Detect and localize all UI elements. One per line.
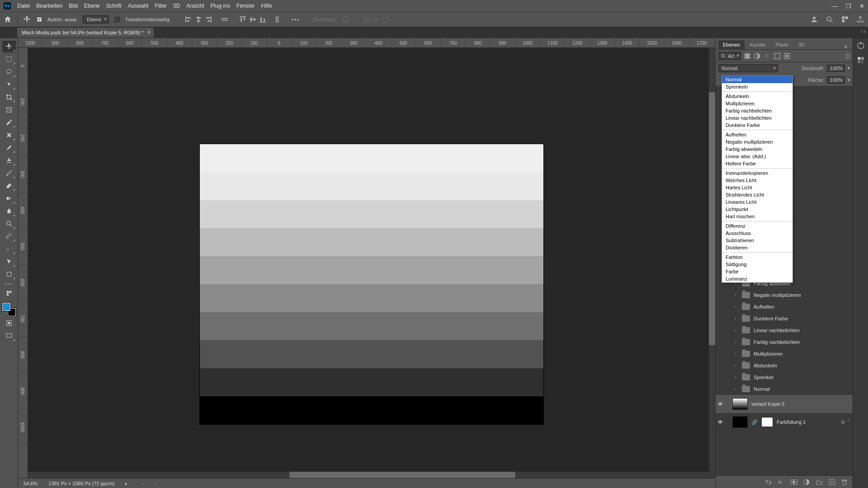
blend-mode-option[interactable]: Luminanz [722, 275, 793, 282]
move-tool[interactable] [2, 41, 16, 52]
document-tab[interactable]: Misch Modis.psdc bei 54,6% (verlauf Kopi… [17, 28, 154, 38]
path-select-tool[interactable] [2, 256, 16, 267]
blend-mode-option[interactable]: Abdunkeln [722, 93, 793, 100]
dodge-tool[interactable] [2, 218, 16, 230]
fill-value[interactable]: 100% [827, 76, 845, 84]
3d-scale-icon[interactable] [382, 16, 389, 23]
chevron-icon[interactable]: › [735, 316, 738, 321]
fx-icon[interactable]: fx [778, 479, 785, 486]
canvas[interactable] [200, 144, 543, 424]
blend-mode-option[interactable]: Normal [722, 76, 793, 83]
align-bottom-icon[interactable] [259, 16, 266, 23]
distribute-v-icon[interactable] [274, 16, 281, 23]
tab-paths[interactable]: Pfade [771, 40, 793, 49]
status-next[interactable]: › [155, 481, 156, 486]
blend-mode-select[interactable]: Normal NormalSprenkelnAbdunkelnMultipliz… [718, 64, 778, 72]
menu-file[interactable]: Datei [17, 3, 30, 9]
blend-mode-option[interactable]: Linear abw. (Add.) [722, 153, 793, 160]
blend-mode-option[interactable]: Farbig nachbelichten [722, 107, 793, 114]
auto-select-checkbox[interactable]: ✓ [37, 17, 42, 22]
menu-3d[interactable]: 3D [173, 3, 180, 9]
blend-mode-option[interactable]: Farbig abwedeln [722, 145, 793, 153]
chevron-icon[interactable]: › [735, 293, 738, 297]
blend-mode-option[interactable]: Subtrahieren [722, 237, 793, 244]
opacity-value[interactable]: 100% [827, 65, 845, 72]
quickmask-tool[interactable] [2, 317, 16, 329]
blend-mode-option[interactable]: Farbe [722, 268, 793, 275]
crop-tool[interactable] [2, 91, 16, 103]
align-left-icon[interactable] [185, 16, 192, 23]
layer-folder[interactable]: ›Aufhellen [716, 301, 853, 313]
layer-folder[interactable]: ›Negativ multiplizieren [716, 289, 853, 301]
menu-select[interactable]: Auswahl [128, 3, 148, 9]
distribute-h-icon[interactable] [221, 16, 228, 23]
3d-orbit-icon[interactable] [342, 16, 349, 23]
lasso-tool[interactable] [2, 66, 16, 78]
blend-mode-option[interactable]: Aufhellen [722, 131, 793, 138]
blend-mode-option[interactable]: Hartes Licht [722, 184, 793, 191]
quick-select-tool[interactable] [2, 79, 16, 90]
menu-window[interactable]: Fenster [236, 3, 255, 9]
zoom-level[interactable]: 54,6% [24, 481, 38, 486]
foreground-color[interactable] [2, 303, 10, 311]
chevron-icon[interactable]: › [735, 363, 738, 368]
move-tool-icon[interactable] [23, 15, 31, 23]
workspace-icon[interactable] [841, 15, 849, 23]
doc-dimensions[interactable]: 1381 Px × 1080 Px (72 ppcm) [48, 481, 114, 486]
expand-panels-icon[interactable]: › › [861, 29, 865, 34]
color-swatches[interactable] [2, 303, 16, 316]
blend-mode-option[interactable]: Lichtpunkt [722, 206, 793, 213]
more-icon[interactable]: ••• [292, 17, 300, 22]
chevron-icon[interactable]: › [735, 375, 738, 380]
blend-mode-option[interactable]: Sprenkeln [722, 83, 793, 90]
blur-tool[interactable] [2, 205, 16, 217]
menu-edit[interactable]: Bearbeiten [36, 3, 62, 9]
scrollbar-horizontal-thumb[interactable] [289, 472, 515, 478]
gradient-tool[interactable] [2, 192, 16, 204]
fill-arrow[interactable]: ▾ [848, 78, 850, 82]
layer-folder[interactable]: ›Linear nachbelichten [716, 324, 853, 336]
restore-button[interactable]: ❐ [846, 3, 851, 9]
layer-thumbnail[interactable] [732, 398, 748, 410]
type-tool[interactable]: T [2, 243, 16, 255]
close-button[interactable]: ✕ [859, 3, 864, 9]
filter-type-icon[interactable]: T [764, 52, 771, 60]
visibility-icon[interactable]: 👁 [717, 401, 723, 408]
marquee-tool[interactable] [2, 53, 16, 65]
chevron-icon[interactable]: › [735, 328, 738, 333]
edit-toolbar[interactable] [2, 287, 16, 299]
search-icon[interactable] [826, 15, 834, 23]
blend-mode-option[interactable]: Hellere Farbe [722, 160, 793, 167]
chevron-icon[interactable]: › [735, 387, 738, 391]
menu-view[interactable]: Ansicht [186, 3, 204, 9]
blend-mode-option[interactable]: Sättigung [722, 261, 793, 268]
opacity-arrow[interactable]: ▾ [848, 66, 850, 70]
menu-filter[interactable]: Filter [155, 3, 167, 9]
status-prev[interactable]: ‹ [142, 481, 144, 486]
shape-tool[interactable] [2, 268, 16, 280]
layer-folder[interactable]: ›Dunklere Farbe [716, 313, 853, 324]
chevron-icon[interactable]: › [735, 305, 738, 309]
layer-folder[interactable]: ›Normal [716, 383, 853, 395]
eyedropper-tool[interactable] [2, 117, 16, 128]
minimize-button[interactable]: — [832, 3, 838, 9]
blend-mode-option[interactable]: Lineares Licht [722, 198, 793, 206]
3d-dolly-icon[interactable] [362, 16, 369, 23]
history-brush-tool[interactable] [2, 167, 16, 179]
blend-mode-option[interactable]: Dunklere Farbe [722, 122, 793, 129]
fx-indicator[interactable]: fx ˄ [841, 419, 853, 425]
menu-plugins[interactable]: Plug-ins [211, 3, 230, 9]
pen-tool[interactable] [2, 230, 16, 242]
auto-select-target[interactable]: Ebene [83, 15, 109, 23]
color-panel-icon[interactable] [857, 42, 865, 50]
align-center-h-icon[interactable] [195, 16, 202, 23]
blend-mode-option[interactable]: Strahlendes Licht [722, 191, 793, 198]
status-arrow[interactable]: ▸ [125, 481, 127, 486]
align-top-icon[interactable] [239, 16, 246, 23]
blend-mode-option[interactable]: Ausschluss [722, 230, 793, 237]
align-right-icon[interactable] [205, 16, 212, 23]
layer-thumbnail[interactable] [732, 416, 748, 428]
swatches-panel-icon[interactable] [857, 56, 865, 64]
stamp-tool[interactable] [2, 155, 16, 166]
tab-layers[interactable]: Ebenen [718, 40, 745, 49]
